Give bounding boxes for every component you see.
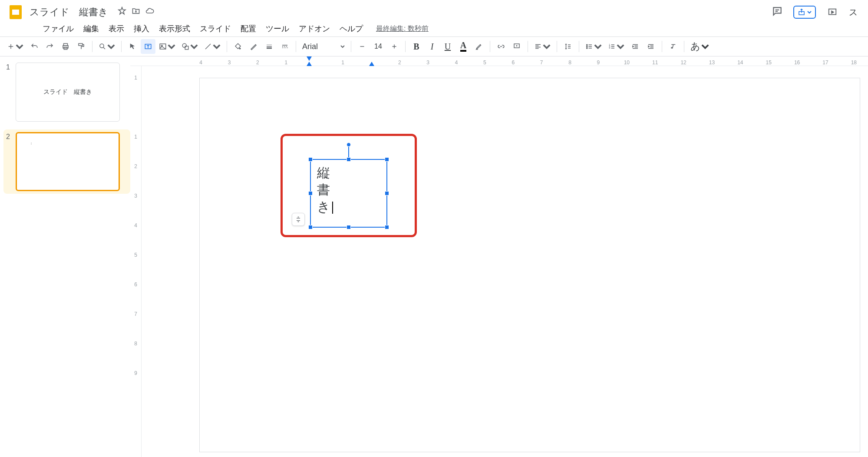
insert-comment-button[interactable] [509, 39, 524, 54]
svg-point-17 [587, 48, 587, 49]
shape-tool[interactable] [179, 39, 201, 54]
font-size-input[interactable]: 14 [370, 43, 386, 50]
line-tool[interactable] [201, 39, 223, 54]
menu-help[interactable]: ヘルプ [335, 22, 367, 36]
filmstrip[interactable]: 1 スライド 縦書き 2 ⋮ [0, 56, 130, 457]
select-tool[interactable] [125, 39, 140, 54]
horizontal-ruler[interactable]: 4 3 2 1 1 2 3 4 5 6 7 8 9 10 11 12 13 14… [130, 56, 868, 66]
svg-text:3: 3 [609, 46, 610, 49]
share-button[interactable] [793, 6, 816, 19]
move-folder-icon[interactable] [132, 7, 140, 15]
autofit-icon[interactable] [292, 213, 305, 226]
new-slide-button[interactable] [4, 39, 26, 54]
canvas-area: 4 3 2 1 1 2 3 4 5 6 7 8 9 10 11 12 13 14… [130, 56, 868, 457]
menu-file[interactable]: ファイル [38, 22, 78, 36]
thumb-number: 2 [6, 132, 16, 141]
paint-format-button[interactable] [74, 39, 89, 54]
menu-tools[interactable]: ツール [261, 22, 294, 36]
slides-app-icon[interactable] [7, 3, 24, 21]
italic-button[interactable]: I [425, 39, 439, 54]
slide-thumb-1[interactable]: 1 スライド 縦書き [6, 63, 130, 122]
zoom-button[interactable] [96, 39, 118, 54]
font-size-decrease[interactable] [355, 39, 370, 54]
menu-bar: ファイル 編集 表示 挿入 表示形式 スライド 配置 ツール アドオン ヘルプ … [0, 21, 868, 36]
rotate-line [348, 147, 349, 157]
slide-canvas[interactable]: 縦 書 き [200, 78, 860, 452]
toolbar: Arial 14 B I U A 123 あ [0, 36, 868, 56]
align-button[interactable] [531, 39, 553, 54]
svg-point-15 [587, 44, 587, 45]
svg-point-16 [587, 46, 587, 47]
menu-addons[interactable]: アドオン [294, 22, 334, 36]
header-actions: ス [772, 6, 858, 19]
svg-point-12 [182, 43, 186, 47]
ruler-right-marker[interactable] [369, 62, 374, 66]
cloud-saved-icon[interactable] [145, 7, 154, 15]
svg-rect-7 [79, 43, 83, 46]
present-button[interactable] [826, 6, 838, 18]
indent-decrease-button[interactable] [628, 39, 643, 54]
resize-handle-s[interactable] [347, 225, 351, 229]
menu-view[interactable]: 表示 [104, 22, 129, 36]
border-color-button[interactable] [246, 39, 261, 54]
selected-textbox[interactable]: 縦 書 き [310, 159, 387, 228]
input-tools-button[interactable]: あ [688, 39, 712, 54]
rotate-handle[interactable] [347, 142, 351, 147]
fill-color-button[interactable] [231, 39, 245, 54]
line-spacing-button[interactable] [561, 39, 575, 54]
image-tool[interactable] [156, 39, 178, 54]
menu-slide[interactable]: スライド [195, 22, 235, 36]
thumb-preview[interactable]: ⋮ [16, 132, 120, 191]
text-color-button[interactable]: A [456, 39, 471, 54]
work-area: 1 スライド 縦書き 2 ⋮ 4 3 2 1 1 2 3 4 5 [0, 56, 868, 457]
menu-edit[interactable]: 編集 [79, 22, 103, 36]
resize-handle-sw[interactable] [308, 225, 313, 229]
svg-rect-13 [185, 46, 188, 50]
vertical-ruler[interactable]: 1 1 2 3 4 5 6 7 8 9 [130, 66, 142, 457]
print-button[interactable] [58, 39, 73, 54]
redo-button[interactable] [43, 39, 57, 54]
border-weight-button[interactable] [262, 39, 277, 54]
last-edit-status[interactable]: 最終編集: 数秒前 [376, 24, 429, 33]
text-cursor [332, 202, 333, 214]
menu-insert[interactable]: 挿入 [129, 22, 154, 36]
numbered-list-button[interactable]: 123 [605, 39, 627, 54]
menu-format[interactable]: 表示形式 [155, 22, 195, 36]
bullet-list-button[interactable] [583, 39, 604, 54]
svg-rect-1 [12, 10, 19, 15]
resize-handle-ne[interactable] [385, 157, 389, 162]
bold-button[interactable]: B [409, 39, 424, 54]
thumb-title: スライド 縦書き [43, 88, 92, 96]
resize-handle-e[interactable] [385, 191, 389, 195]
resize-handle-n[interactable] [347, 157, 351, 162]
document-title[interactable]: スライド 縦書き [30, 6, 108, 19]
menu-arrange[interactable]: 配置 [236, 22, 261, 36]
resize-handle-w[interactable] [308, 191, 313, 195]
comments-icon[interactable] [772, 6, 783, 19]
textbox-tool[interactable] [141, 39, 155, 54]
slide-thumb-2[interactable]: 2 ⋮ [3, 129, 130, 194]
border-dash-button[interactable] [277, 39, 292, 54]
underline-button[interactable]: U [440, 39, 455, 54]
font-family-select[interactable]: Arial [300, 42, 347, 51]
star-icon[interactable] [118, 7, 126, 15]
svg-point-8 [100, 44, 104, 48]
ruler-indent-marker[interactable] [307, 62, 312, 66]
textbox-content[interactable]: 縦 書 き [317, 164, 333, 215]
undo-button[interactable] [27, 39, 42, 54]
resize-handle-nw[interactable] [308, 157, 313, 162]
clear-formatting-button[interactable] [666, 39, 680, 54]
indent-increase-button[interactable] [644, 39, 658, 54]
thumb-number: 1 [6, 63, 16, 71]
highlight-color-button[interactable] [472, 39, 486, 54]
insert-link-button[interactable] [494, 39, 508, 54]
ruler-indent-marker[interactable] [307, 56, 312, 61]
account-label[interactable]: ス [849, 7, 858, 18]
title-bar: スライド 縦書き ス [0, 0, 868, 21]
resize-handle-se[interactable] [385, 225, 389, 229]
font-size-increase[interactable] [387, 39, 402, 54]
thumb-preview[interactable]: スライド 縦書き [16, 63, 120, 122]
